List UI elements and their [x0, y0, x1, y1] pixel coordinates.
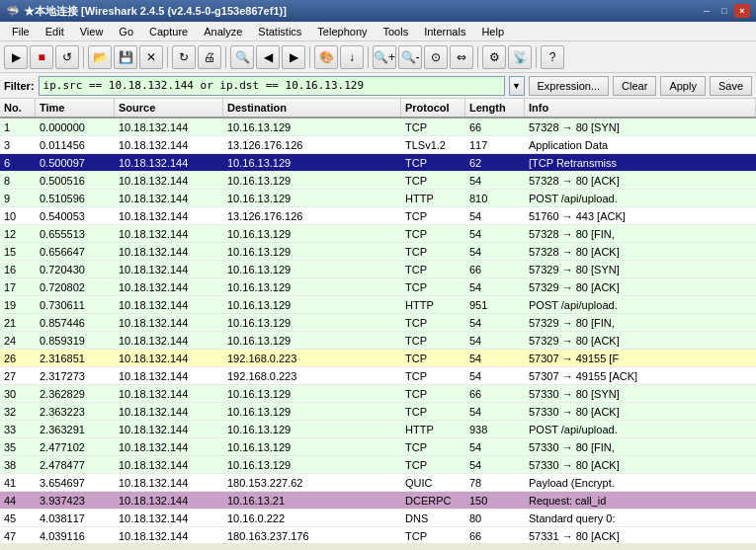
table-row[interactable]: 272.31727310.18.132.144192.168.0.223TCP5… [0, 367, 756, 385]
packet-no: 32 [0, 403, 36, 420]
table-row[interactable]: 443.93742310.18.132.14410.16.13.21DCERPC… [0, 492, 756, 510]
packet-source: 10.18.132.144 [115, 154, 223, 171]
zoom-normal-button[interactable]: ⊙ [424, 45, 448, 69]
table-row[interactable]: 302.36282910.18.132.14410.16.13.129TCP66… [0, 385, 756, 403]
print-button[interactable]: 🖨 [198, 45, 221, 69]
table-row[interactable]: 262.31685110.18.132.144192.168.0.223TCP5… [0, 350, 756, 367]
reload-button[interactable]: ↻ [172, 45, 196, 69]
packet-info: 57330 → 80 [ACK] [525, 403, 756, 420]
packet-no: 19 [0, 296, 36, 313]
table-row[interactable]: 160.72043010.18.132.14410.16.13.129TCP66… [0, 261, 756, 278]
table-row[interactable]: 100.54005310.18.132.14413.126.176.126TCP… [0, 207, 756, 225]
packet-info: POST /api/upload. [525, 296, 756, 313]
zoom-in-button[interactable]: 🔍+ [373, 45, 396, 69]
go-back-button[interactable]: ◀ [256, 45, 280, 69]
start-capture-button[interactable]: ▶ [4, 45, 28, 69]
packet-length: 66 [465, 118, 525, 135]
zoom-out-button[interactable]: 🔍- [398, 45, 422, 69]
packet-no: 41 [0, 474, 36, 491]
table-row[interactable]: 332.36329110.18.132.14410.16.13.129HTTP9… [0, 421, 756, 438]
close-button[interactable]: × [734, 4, 750, 18]
packet-length: 54 [465, 207, 525, 224]
packet-length: 810 [465, 190, 525, 206]
menu-item-capture[interactable]: Capture [141, 24, 196, 39]
capture-interfaces-button[interactable]: 📡 [508, 45, 532, 69]
autoscroll-button[interactable]: ↓ [340, 45, 364, 69]
table-row[interactable]: 240.85931910.18.132.14410.16.13.129TCP54… [0, 332, 756, 350]
clear-button[interactable]: Clear [613, 76, 656, 96]
maximize-button[interactable]: □ [716, 4, 732, 18]
packet-length: 66 [465, 261, 525, 277]
packet-source: 10.18.132.144 [115, 403, 223, 420]
close-file-button[interactable]: ✕ [139, 45, 163, 69]
packet-time: 2.478477 [36, 456, 115, 473]
menu-item-analyze[interactable]: Analyze [196, 24, 250, 39]
table-row[interactable]: 210.85744610.18.132.14410.16.13.129TCP54… [0, 314, 756, 332]
menu-item-tools[interactable]: Tools [376, 24, 417, 39]
packet-no: 12 [0, 225, 36, 242]
go-forward-button[interactable]: ▶ [282, 45, 305, 69]
packet-no: 16 [0, 261, 36, 277]
table-row[interactable]: 382.47847710.18.132.14410.16.13.129TCP54… [0, 456, 756, 474]
packet-length: 66 [465, 385, 525, 402]
table-row[interactable]: 474.03911610.18.132.144180.163.237.176TC… [0, 527, 756, 543]
table-row[interactable]: 190.73061110.18.132.14410.16.13.129HTTP9… [0, 296, 756, 314]
packet-destination: 192.168.0.223 [223, 350, 401, 366]
packet-time: 3.937423 [36, 492, 115, 509]
resize-columns-button[interactable]: ⇔ [450, 45, 473, 69]
packet-length: 54 [465, 456, 525, 473]
packet-destination: 10.16.0.222 [223, 510, 401, 526]
packet-rows: 10.00000010.18.132.14410.16.13.129TCP665… [0, 118, 756, 543]
table-row[interactable]: 150.65664710.18.132.14410.16.13.129TCP54… [0, 243, 756, 261]
table-row[interactable]: 10.00000010.18.132.14410.16.13.129TCP665… [0, 118, 756, 136]
table-row[interactable]: 454.03811710.18.132.14410.16.0.222DNS80S… [0, 510, 756, 527]
packet-no: 35 [0, 438, 36, 455]
menu-item-telephony[interactable]: Telephony [309, 24, 375, 39]
apply-button[interactable]: Apply [660, 76, 706, 96]
packet-destination: 10.16.13.129 [223, 261, 401, 277]
packet-protocol: TLSv1.2 [401, 136, 465, 153]
packet-no: 21 [0, 314, 36, 331]
table-row[interactable]: 90.51059610.18.132.14410.16.13.129HTTP81… [0, 190, 756, 207]
table-row[interactable]: 30.01145610.18.132.14413.126.176.126TLSv… [0, 136, 756, 154]
menu-item-file[interactable]: File [4, 24, 38, 39]
table-row[interactable]: 80.50051610.18.132.14410.16.13.129TCP545… [0, 172, 756, 190]
table-row[interactable]: 322.36322310.18.132.14410.16.13.129TCP54… [0, 403, 756, 421]
open-button[interactable]: 📂 [88, 45, 112, 69]
packet-time: 0.011456 [36, 136, 115, 153]
menu-item-internals[interactable]: Internals [416, 24, 473, 39]
find-button[interactable]: 🔍 [230, 45, 254, 69]
expression-button[interactable]: Expression... [529, 76, 610, 96]
col-header-source: Source [115, 99, 223, 117]
table-row[interactable]: 413.65469710.18.132.144180.153.227.62QUI… [0, 474, 756, 492]
save-filter-button[interactable]: Save [710, 76, 752, 96]
menu-item-help[interactable]: Help [473, 24, 512, 39]
filter-dropdown-button[interactable]: ▼ [509, 76, 525, 96]
menu-item-go[interactable]: Go [111, 24, 141, 39]
packet-protocol: TCP [401, 403, 465, 420]
packet-protocol: TCP [401, 456, 465, 473]
menu-item-statistics[interactable]: Statistics [250, 24, 309, 39]
packet-length: 54 [465, 332, 525, 349]
filter-input[interactable] [39, 76, 505, 96]
restart-capture-button[interactable]: ↺ [55, 45, 79, 69]
capture-options-button[interactable]: ⚙ [482, 45, 506, 69]
table-row[interactable]: 352.47710210.18.132.14410.16.13.129TCP54… [0, 438, 756, 456]
table-row[interactable]: 60.50009710.18.132.14410.16.13.129TCP62[… [0, 154, 756, 172]
packet-info: Payload (Encrypt. [525, 474, 756, 491]
packet-length: 62 [465, 154, 525, 171]
colorize-button[interactable]: 🎨 [314, 45, 338, 69]
packet-destination: 10.16.13.129 [223, 385, 401, 402]
save-button[interactable]: 💾 [114, 45, 137, 69]
minimize-button[interactable]: ─ [699, 4, 714, 18]
packet-time: 2.316851 [36, 350, 115, 366]
table-row[interactable]: 120.65551310.18.132.14410.16.13.129TCP54… [0, 225, 756, 243]
packet-protocol: TCP [401, 385, 465, 402]
menu-item-edit[interactable]: Edit [38, 24, 72, 39]
stop-capture-button[interactable]: ■ [30, 45, 53, 69]
table-row[interactable]: 170.72080210.18.132.14410.16.13.129TCP54… [0, 278, 756, 296]
help-button[interactable]: ? [541, 45, 564, 69]
menu-item-view[interactable]: View [72, 24, 112, 39]
packet-info: 57328 → 80 [ACK] [525, 172, 756, 189]
packet-source: 10.18.132.144 [115, 296, 223, 313]
